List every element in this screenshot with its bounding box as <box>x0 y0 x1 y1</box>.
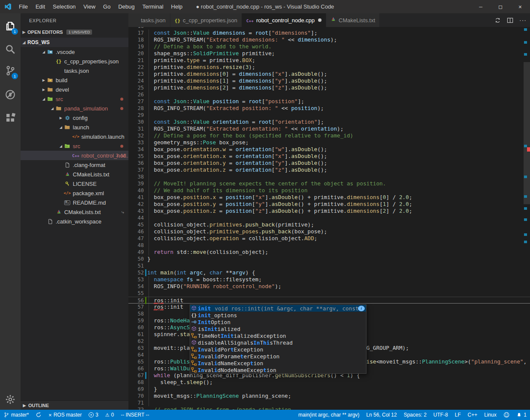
tree-item-config[interactable]: ▶config <box>21 113 128 122</box>
tree-item--clang-format[interactable]: .clang-format <box>21 160 128 170</box>
tab-robot-control-node-cpp[interactable]: C++robot_control_node.cpp <box>242 13 326 27</box>
line-number[interactable]: 32 <box>128 132 144 139</box>
menu-file[interactable]: File <box>15 0 32 13</box>
status-git-branch[interactable]: master* <box>0 410 32 420</box>
code-line-33[interactable]: 33 geometry_msgs::Pose box_pose; <box>128 139 530 146</box>
line-number[interactable]: 37 <box>128 167 144 173</box>
maximize-button[interactable]: □ <box>491 0 510 13</box>
tree-item--catkin-workspace[interactable]: .catkin_workspace <box>21 217 128 226</box>
line-number[interactable]: 42 <box>128 201 144 208</box>
line-number[interactable]: 25 <box>128 84 144 91</box>
line-number[interactable]: 35 <box>128 153 144 160</box>
line-number[interactable]: 23 <box>128 71 144 77</box>
tree-item-src[interactable]: ◢src <box>21 94 128 104</box>
line-number[interactable]: 44 <box>128 214 144 221</box>
line-number[interactable]: 65 <box>128 358 144 365</box>
code-line-47[interactable]: 47 collision_object.operation = collisio… <box>128 235 530 242</box>
code-editor[interactable]: 1617 const Json::Value dimensions = root… <box>128 27 530 410</box>
suggestion-item[interactable]: InvalidPortException <box>190 346 366 353</box>
code-line-37[interactable]: 37 box_pose.orientation.z = orientation[… <box>128 167 530 173</box>
line-number[interactable]: 71 <box>128 399 144 406</box>
tree-item-tasks-json[interactable]: tasks.json <box>21 66 128 75</box>
line-number[interactable]: 50 <box>128 256 144 262</box>
code-line-43[interactable]: 43 box_pose.position.z = position["z"].a… <box>128 208 530 214</box>
status-problems-errors[interactable]: ×3 <box>85 410 102 420</box>
code-line-56[interactable]: 56 ros::init <box>128 297 530 304</box>
line-number[interactable]: 26 <box>128 91 144 98</box>
code-line-50[interactable]: 50} <box>128 256 530 262</box>
line-number[interactable]: 40 <box>128 187 144 194</box>
suggestion-item[interactable]: InitOption <box>190 319 366 325</box>
menu-terminal[interactable]: Terminal <box>138 0 167 13</box>
menu-selection[interactable]: Selection <box>49 0 79 13</box>
code-line-72[interactable]: 72 // read JSON files from ~/panda_simul… <box>128 406 530 410</box>
tree-item-license[interactable]: LICENSE <box>21 179 128 188</box>
status-eol[interactable]: LF <box>451 410 464 420</box>
code-line-44[interactable]: 44 <box>128 214 530 221</box>
code-line-22[interactable]: 22 primitive.dimensions.resize(3); <box>128 64 530 71</box>
code-line-55[interactable]: 55 <box>128 290 530 297</box>
suggestion-item[interactable]: TimeNotInitializedException <box>190 332 366 339</box>
activity-explorer-icon[interactable]: 1 <box>0 17 21 36</box>
tree-item-robot-control-nod-[interactable]: C++robot_control_nod...3, M <box>21 151 128 160</box>
line-number[interactable]: 63 <box>128 345 144 351</box>
editor-scrollbar[interactable] <box>524 27 530 410</box>
menu-go[interactable]: Go <box>99 0 114 13</box>
line-number[interactable]: 30 <box>128 119 144 125</box>
code-line-23[interactable]: 23 primitive.dimensions[0] = dimensions[… <box>128 71 530 77</box>
line-number[interactable]: 41 <box>128 194 144 201</box>
minimize-button[interactable]: – <box>471 0 491 13</box>
code-line-36[interactable]: 36 box_pose.orientation.y = orientation[… <box>128 160 530 167</box>
line-number[interactable]: 60 <box>128 324 144 331</box>
workspace-root-section[interactable]: ◢ ROS_WS <box>21 38 128 47</box>
suggestion-item[interactable]: disableAllSignalsInThisThread <box>190 339 366 346</box>
suggestion-item[interactable]: initvoid ros::init(int &argc, char **arg… <box>190 305 366 312</box>
code-line-31[interactable]: 31 ROS_INFO_STREAM("Extracted orientatio… <box>128 125 530 132</box>
status-sync[interactable] <box>32 410 45 420</box>
code-line-52[interactable]: 52int main(int argc, char **argv) { <box>128 269 530 276</box>
status-vim-mode[interactable]: -- INSERT -- <box>117 410 152 420</box>
line-number[interactable]: 24 <box>128 77 144 84</box>
status-ros-master[interactable]: ×ROS master <box>45 410 85 420</box>
line-number[interactable]: 49 <box>128 249 144 256</box>
tree-item-src[interactable]: ◢src <box>21 141 128 151</box>
code-line-41[interactable]: 41 box_pose.position.x = position["x"].a… <box>128 194 530 201</box>
toggle-sync-icon[interactable] <box>494 17 501 24</box>
line-number[interactable]: 48 <box>128 242 144 249</box>
tree-item--vscode[interactable]: ◢.vscode <box>21 47 128 57</box>
line-number[interactable]: 27 <box>128 98 144 105</box>
code-line-45[interactable]: 45 collision_object.primitives.push_back… <box>128 221 530 228</box>
code-line-69[interactable]: 69 } <box>128 386 530 393</box>
status-notifications[interactable]: 1 <box>513 410 530 420</box>
tree-item-panda-simulation[interactable]: ◢panda_simulation <box>21 104 128 113</box>
code-line-21[interactable]: 21 primitive.type = primitive.BOX; <box>128 57 530 64</box>
line-number[interactable]: 18 <box>128 36 144 43</box>
split-editor-icon[interactable] <box>507 17 513 24</box>
status-cursor-position[interactable]: Ln 56, Col 12 <box>363 410 400 420</box>
code-line-30[interactable]: 30 const Json::Value orientation = root[… <box>128 119 530 125</box>
scrollbar-slider[interactable] <box>524 62 530 204</box>
status-indentation[interactable]: Spaces: 2 <box>400 410 430 420</box>
tab-tasks-json[interactable]: tasks.json <box>128 13 170 27</box>
line-number[interactable]: 68 <box>128 379 144 386</box>
suggestion-item[interactable]: InvalidParameterException <box>190 353 366 360</box>
code-line-46[interactable]: 46 collision_object.primitive_poses.push… <box>128 228 530 235</box>
code-line-19[interactable]: 19 // Define a box to add to the world. <box>128 43 530 50</box>
status-symbol-context[interactable]: main(int argc, char ** argv) <box>295 410 363 420</box>
line-number[interactable]: 70 <box>128 393 144 399</box>
close-button[interactable]: ✕ <box>510 0 530 13</box>
line-number[interactable]: 57 <box>128 304 144 310</box>
more-actions-icon[interactable]: ··· <box>519 17 527 24</box>
code-line-35[interactable]: 35 box_pose.orientation.x = orientation[… <box>128 153 530 160</box>
line-number[interactable]: 47 <box>128 235 144 242</box>
line-number[interactable]: 61 <box>128 331 144 338</box>
code-line-34[interactable]: 34 box_pose.orientation.w = orientation[… <box>128 146 530 153</box>
line-number[interactable]: 54 <box>128 283 144 290</box>
line-number[interactable]: 53 <box>128 276 144 283</box>
line-number[interactable]: 67 <box>128 372 144 379</box>
activity-extensions-icon[interactable] <box>0 108 21 127</box>
line-number[interactable]: 43 <box>128 208 144 214</box>
activity-source-control-icon[interactable]: 1 <box>0 61 21 80</box>
line-number[interactable]: 52 <box>128 269 144 276</box>
line-number[interactable]: 33 <box>128 139 144 146</box>
